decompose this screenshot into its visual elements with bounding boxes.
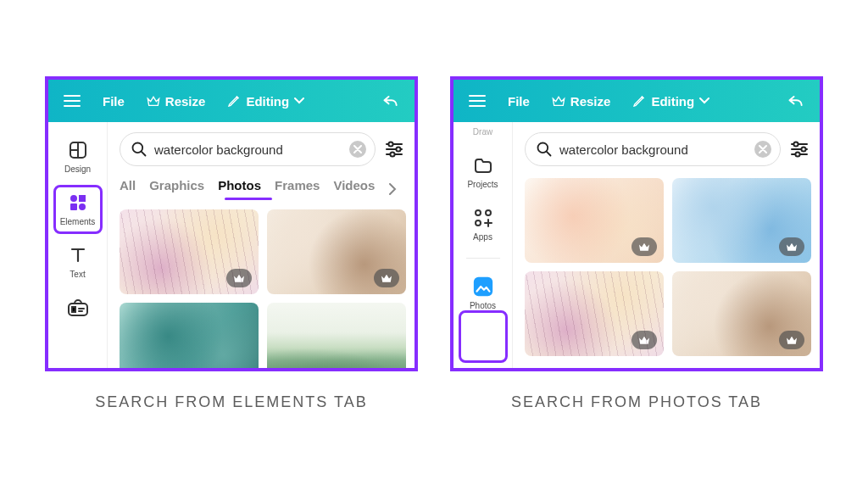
result-thumbnail[interactable] <box>525 271 664 356</box>
close-icon <box>759 145 767 153</box>
panel-caption: SEARCH FROM ELEMENTS TAB <box>45 393 418 411</box>
svg-point-6 <box>388 142 392 146</box>
panel-caption: SEARCH FROM PHOTOS TAB <box>450 393 823 411</box>
svg-point-14 <box>793 142 798 146</box>
resize-button[interactable]: Resize <box>543 89 620 114</box>
undo-icon <box>382 93 399 109</box>
layout-icon <box>67 139 89 161</box>
svg-point-7 <box>396 147 400 151</box>
sliders-icon <box>384 140 404 159</box>
filters-button[interactable] <box>787 137 811 161</box>
svg-point-16 <box>795 152 799 156</box>
close-icon <box>353 145 362 153</box>
crown-icon <box>637 335 651 345</box>
result-thumbnail[interactable] <box>672 271 811 356</box>
menu-button[interactable] <box>460 90 494 112</box>
sidebar-item-text[interactable]: Text <box>54 239 102 283</box>
svg-point-10 <box>486 210 491 215</box>
svg-point-15 <box>801 147 805 151</box>
search-input[interactable] <box>559 142 748 157</box>
result-thumbnail[interactable] <box>267 209 406 294</box>
premium-badge <box>779 331 804 349</box>
file-menu[interactable]: File <box>499 89 538 114</box>
premium-badge <box>374 269 399 287</box>
search-input[interactable] <box>154 142 342 157</box>
result-thumbnail[interactable] <box>672 178 811 263</box>
premium-badge <box>226 269 252 287</box>
photos-tab-panel: File Resize Editing Draw <box>450 76 823 371</box>
result-thumbnail[interactable] <box>525 178 664 263</box>
premium-badge <box>632 237 657 256</box>
resize-button[interactable]: Resize <box>138 89 214 114</box>
brand-hub-icon <box>67 297 89 319</box>
chevron-down-icon <box>294 98 304 104</box>
left-sidebar: Draw Projects Apps <box>453 122 513 368</box>
sidebar-item-apps[interactable]: Apps <box>459 202 507 246</box>
menu-button[interactable] <box>55 90 89 112</box>
sliders-icon <box>789 140 810 159</box>
tab-frames[interactable]: Frames <box>275 178 320 199</box>
category-tabs: All Graphics Photos Frames Videos <box>120 178 406 199</box>
search-icon <box>536 141 553 158</box>
tab-photos[interactable]: Photos <box>218 178 261 199</box>
filters-button[interactable] <box>382 137 406 161</box>
svg-point-3 <box>79 203 86 210</box>
crown-icon <box>785 335 798 345</box>
text-icon <box>67 244 89 266</box>
crown-icon <box>147 95 160 107</box>
main-area: All Graphics Photos Frames Videos <box>108 122 415 368</box>
svg-point-9 <box>476 210 481 215</box>
undo-button[interactable] <box>779 88 813 114</box>
sidebar-divider <box>466 258 500 259</box>
svg-point-1 <box>70 195 77 202</box>
search-field[interactable] <box>525 132 781 166</box>
shapes-icon <box>67 192 89 214</box>
crown-icon <box>552 95 565 107</box>
main-area <box>513 122 820 368</box>
tab-all[interactable]: All <box>120 178 136 199</box>
premium-badge <box>779 237 804 256</box>
tab-graphics[interactable]: Graphics <box>149 178 204 199</box>
result-thumbnail[interactable] <box>120 209 259 294</box>
sidebar-item-projects[interactable]: Projects <box>459 149 507 193</box>
pencil-icon <box>227 94 241 108</box>
photos-icon <box>472 276 494 298</box>
top-toolbar: File Resize Editing <box>48 80 415 122</box>
sidebar-highlight <box>459 310 508 363</box>
sidebar-item-photos[interactable]: Photos <box>459 270 507 315</box>
chevron-right-icon[interactable] <box>388 183 397 195</box>
editing-dropdown[interactable]: Editing <box>219 89 313 114</box>
undo-button[interactable] <box>374 88 408 114</box>
crown-icon <box>637 242 651 252</box>
svg-rect-2 <box>70 203 77 210</box>
premium-badge <box>632 331 657 349</box>
svg-point-11 <box>476 220 481 226</box>
sidebar-item-design[interactable]: Design <box>54 134 102 178</box>
apps-icon <box>472 207 494 229</box>
top-toolbar: File Resize Editing <box>453 80 820 122</box>
tab-videos[interactable]: Videos <box>333 178 375 199</box>
svg-point-8 <box>390 152 394 156</box>
sidebar-item-draw[interactable]: Draw <box>459 127 507 141</box>
sidebar-item-brand[interactable] <box>54 292 102 323</box>
elements-tab-panel: File Resize Editing <box>45 76 418 371</box>
chevron-down-icon <box>699 98 709 104</box>
editing-dropdown[interactable]: Editing <box>624 89 718 114</box>
file-menu[interactable]: File <box>94 89 133 114</box>
left-sidebar: Design Elements Text <box>48 122 108 368</box>
undo-icon <box>787 93 804 109</box>
crown-icon <box>380 273 393 283</box>
results-grid <box>120 209 406 368</box>
clear-search-button[interactable] <box>754 141 771 158</box>
search-icon <box>131 141 147 158</box>
folder-icon <box>472 154 494 176</box>
results-grid <box>525 178 811 356</box>
search-field[interactable] <box>120 132 376 166</box>
result-thumbnail[interactable] <box>267 303 406 368</box>
clear-search-button[interactable] <box>349 141 366 158</box>
crown-icon <box>232 273 246 283</box>
result-thumbnail[interactable] <box>120 303 259 368</box>
pencil-icon <box>632 94 646 108</box>
sidebar-item-elements[interactable]: Elements <box>54 187 102 231</box>
svg-rect-12 <box>473 277 492 296</box>
